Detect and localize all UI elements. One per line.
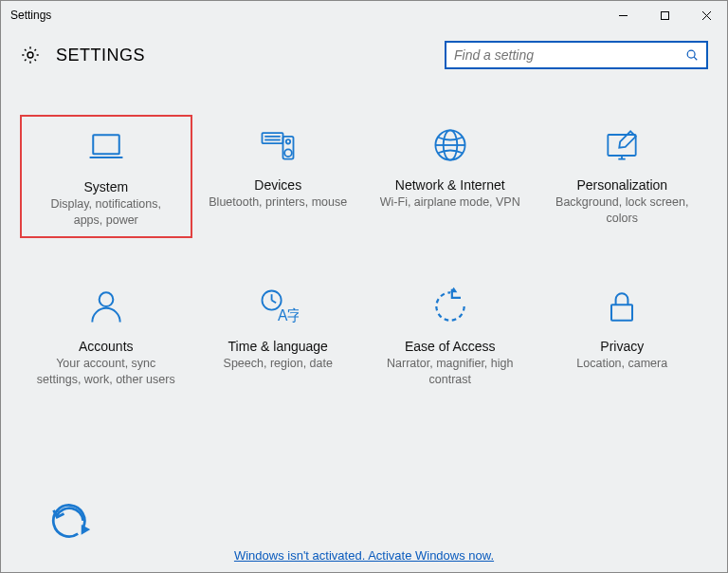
tile-desc: Your account, sync settings, work, other… [35,356,177,388]
window-controls [602,1,727,29]
tile-title: Network & Internet [395,177,505,193]
svg-rect-18 [609,135,636,156]
tile-accounts[interactable]: Accounts Your account, sync settings, wo… [20,276,192,396]
tile-title: System [83,179,128,194]
tile-desc: Bluetooth, printers, mouse [209,194,347,211]
svg-point-14 [284,149,292,157]
svg-rect-7 [93,135,119,154]
time-language-icon: A字 [255,284,300,329]
minimize-button[interactable] [602,1,644,29]
svg-line-6 [694,57,697,60]
tile-desc: Speech, region, date [224,356,333,372]
tile-time-language[interactable]: A字 Time & language Speech, region, date [192,276,365,396]
tile-privacy[interactable]: Privacy Location, camera [537,276,709,396]
tile-personalization[interactable]: Personalization Background, lock screen,… [537,115,709,238]
svg-text:A字: A字 [278,306,299,323]
svg-point-4 [27,52,33,58]
tile-title: Time & language [228,339,328,354]
header: SETTINGS [1,29,727,77]
devices-icon [255,122,300,168]
laptop-icon [83,124,129,170]
lock-icon [599,284,645,329]
tile-desc: Narrator, magnifier, high contrast [379,356,521,388]
undo-icon[interactable] [48,498,94,544]
svg-rect-9 [263,133,283,143]
close-button[interactable] [685,1,727,29]
tile-ease-of-access[interactable]: Ease of Access Narrator, magnifier, high… [364,276,537,396]
ease-of-access-icon [428,284,473,329]
search-input[interactable] [454,47,685,63]
svg-point-21 [99,292,113,306]
svg-point-5 [687,50,695,58]
title-bar: Settings [1,1,727,29]
svg-line-24 [272,300,277,303]
tile-title: Devices [254,177,301,193]
tile-devices[interactable]: Devices Bluetooth, printers, mouse [192,115,365,238]
tile-desc: Display, notifications, apps, power [35,196,177,229]
svg-rect-27 [611,305,632,321]
tile-title: Privacy [600,339,644,354]
tile-title: Personalization [576,177,667,193]
activation-text[interactable]: Windows isn't activated. Activate Window… [234,548,494,563]
search-icon [685,48,699,62]
globe-icon [428,122,473,168]
activation-link[interactable]: Windows isn't activated. Activate Window… [1,548,727,563]
search-box[interactable] [445,41,708,69]
svg-point-13 [286,139,290,143]
tile-desc: Location, camera [576,356,667,372]
tile-system[interactable]: System Display, notifications, apps, pow… [20,115,192,238]
maximize-button[interactable] [644,1,685,29]
tile-desc: Wi-Fi, airplane mode, VPN [380,194,520,211]
tile-desc: Background, lock screen, colors [551,194,693,227]
tile-title: Ease of Access [405,339,496,354]
settings-grid: System Display, notifications, apps, pow… [1,77,727,396]
personalization-icon [599,122,645,168]
window-title: Settings [10,9,602,22]
page-title: SETTINGS [56,46,145,65]
gear-icon [20,45,41,65]
svg-rect-1 [661,11,668,19]
tile-title: Accounts [79,339,134,354]
tile-network[interactable]: Network & Internet Wi-Fi, airplane mode,… [364,115,537,238]
person-icon [83,284,129,329]
